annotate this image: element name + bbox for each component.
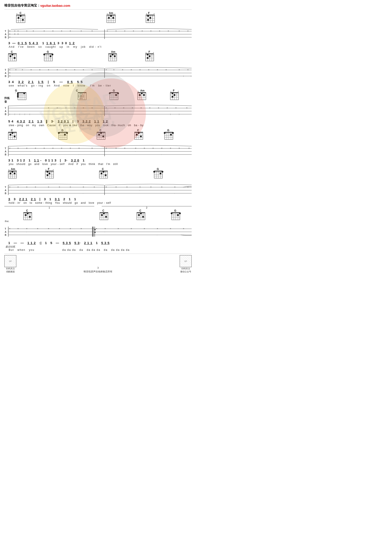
svg-text:×: × bbox=[178, 90, 179, 92]
svg-text:×: × bbox=[26, 147, 28, 149]
svg-text:×: × bbox=[9, 72, 10, 74]
svg-point-171 bbox=[17, 94, 19, 96]
svg-text:○: ○ bbox=[24, 13, 25, 15]
svg-text:×: × bbox=[70, 147, 71, 149]
svg-text:×: × bbox=[52, 147, 54, 149]
svg-text:G: G bbox=[167, 129, 169, 132]
svg-point-388 bbox=[105, 174, 107, 176]
svg-text:·: · bbox=[174, 192, 175, 195]
svg-text:B: B bbox=[5, 192, 6, 195]
svg-text:×: × bbox=[115, 30, 117, 32]
svg-text:×: × bbox=[59, 227, 60, 230]
svg-text:·: · bbox=[161, 153, 162, 156]
svg-text:×: × bbox=[65, 69, 67, 71]
svg-text:×: × bbox=[131, 69, 132, 71]
svg-text:×: × bbox=[83, 69, 84, 71]
svg-point-441 bbox=[27, 212, 29, 214]
svg-text:×: × bbox=[157, 69, 158, 71]
svg-text:×: × bbox=[17, 147, 19, 149]
svg-text:×: × bbox=[131, 227, 132, 230]
svg-point-303 bbox=[136, 134, 138, 136]
section6-chords-svg: fine. C C bbox=[4, 209, 192, 224]
svg-text:F: F bbox=[148, 12, 150, 15]
svg-text:×: × bbox=[132, 107, 133, 109]
svg-text:C: C bbox=[102, 209, 104, 212]
footer-center-text: 唯音悦原声吉他体验店所有 bbox=[84, 270, 112, 273]
svg-text:×: × bbox=[70, 227, 71, 230]
svg-point-194 bbox=[117, 92, 119, 94]
svg-text:×: × bbox=[159, 30, 160, 32]
svg-point-38 bbox=[150, 17, 151, 19]
svg-point-266 bbox=[12, 132, 13, 134]
section4-staff: T A B ×× ×× ×× ×× ×× ×× ×× ×× ×× ×× · · … bbox=[4, 145, 192, 158]
svg-text:C: C bbox=[100, 129, 101, 132]
svg-text:·: · bbox=[157, 234, 157, 236]
svg-text:×: × bbox=[107, 30, 108, 32]
svg-point-24 bbox=[108, 17, 110, 19]
svg-point-290 bbox=[100, 132, 102, 134]
svg-text:×: × bbox=[174, 186, 176, 188]
svg-text:×: × bbox=[92, 30, 93, 32]
svg-point-304 bbox=[140, 136, 142, 137]
section-1: C × ○ Am bbox=[4, 11, 192, 48]
svg-text:×: × bbox=[8, 169, 9, 171]
svg-text:C: C bbox=[26, 209, 28, 212]
section1-numbers: 3— 0 1 5 5 4 3 1 1 6 1 33 0 1 2 bbox=[4, 41, 192, 45]
svg-point-491 bbox=[94, 232, 96, 233]
svg-point-193 bbox=[109, 92, 111, 94]
svg-text:A: A bbox=[5, 72, 6, 74]
svg-text:×: × bbox=[142, 30, 143, 32]
section1-staff: T A B × × × × × × × × × × × × × × × bbox=[4, 27, 192, 41]
svg-text:×: × bbox=[144, 227, 145, 230]
svg-point-172 bbox=[17, 96, 19, 98]
svg-text:C: C bbox=[139, 209, 141, 212]
store-name: 唯音悦吉他专营店淘宝： bbox=[4, 3, 40, 8]
svg-text:·: · bbox=[26, 231, 27, 233]
section6-staff: T A B × × × × × × × × · bbox=[4, 225, 192, 241]
svg-text:T: T bbox=[5, 186, 6, 189]
svg-text:×: × bbox=[17, 30, 19, 32]
section2-chords-svg: C G Am bbox=[4, 50, 192, 65]
svg-text:G: G bbox=[174, 209, 176, 212]
svg-text:T: T bbox=[5, 228, 6, 230]
svg-text:×: × bbox=[70, 186, 71, 188]
svg-text:×: × bbox=[115, 147, 117, 149]
svg-text:G: G bbox=[113, 89, 115, 92]
section4-lyrics: you should go and love your - self And i… bbox=[4, 162, 192, 166]
svg-point-195 bbox=[115, 94, 117, 96]
svg-text:×: × bbox=[15, 69, 17, 71]
svg-text:×: × bbox=[161, 147, 163, 149]
section5-chords-svg: Am × F × × bbox=[4, 167, 192, 183]
svg-text:×: × bbox=[9, 75, 10, 77]
svg-text:×: × bbox=[138, 90, 139, 92]
svg-text:F: F bbox=[149, 50, 150, 53]
svg-text:×: × bbox=[92, 147, 93, 149]
svg-point-292 bbox=[102, 136, 104, 137]
svg-point-443 bbox=[29, 216, 31, 218]
svg-text:Am: Am bbox=[11, 168, 15, 171]
svg-point-268 bbox=[14, 136, 15, 137]
svg-point-219 bbox=[174, 94, 175, 96]
svg-text:×: × bbox=[118, 227, 119, 230]
svg-text:×: × bbox=[9, 69, 10, 71]
svg-text:×: × bbox=[133, 30, 134, 32]
svg-text:×: × bbox=[123, 107, 124, 109]
svg-text:×: × bbox=[96, 227, 97, 230]
svg-point-267 bbox=[10, 134, 11, 136]
section-3: 扫低音 G ³ C bbox=[4, 89, 192, 127]
svg-text:×: × bbox=[150, 30, 152, 32]
section5-numbers: 3 3 2 2 1 2 1 | 3 1 3 1 2 1 1 bbox=[4, 197, 192, 201]
section3-label: 扫低音 bbox=[4, 96, 12, 104]
svg-text:×: × bbox=[26, 227, 28, 230]
section6-numbers: 1 — — 1 1 2 :| 1 5 — 5 3 5 5 3· 2 1 1 1 … bbox=[4, 241, 192, 245]
section3-staff: T A B ↑ ↑ ↑ ↑ ↑ ×× ×× ×× ×× ×× ×× ×× ×× … bbox=[4, 104, 192, 119]
svg-text:F: F bbox=[173, 89, 174, 92]
svg-text:G: G bbox=[47, 50, 49, 53]
svg-text:×: × bbox=[37, 227, 38, 230]
svg-text:×: × bbox=[168, 30, 169, 32]
svg-text:Am: Am bbox=[140, 89, 144, 92]
svg-point-373 bbox=[49, 173, 50, 174]
svg-text:×: × bbox=[170, 227, 171, 230]
svg-text:×: × bbox=[92, 107, 93, 109]
svg-point-111 bbox=[114, 55, 116, 57]
